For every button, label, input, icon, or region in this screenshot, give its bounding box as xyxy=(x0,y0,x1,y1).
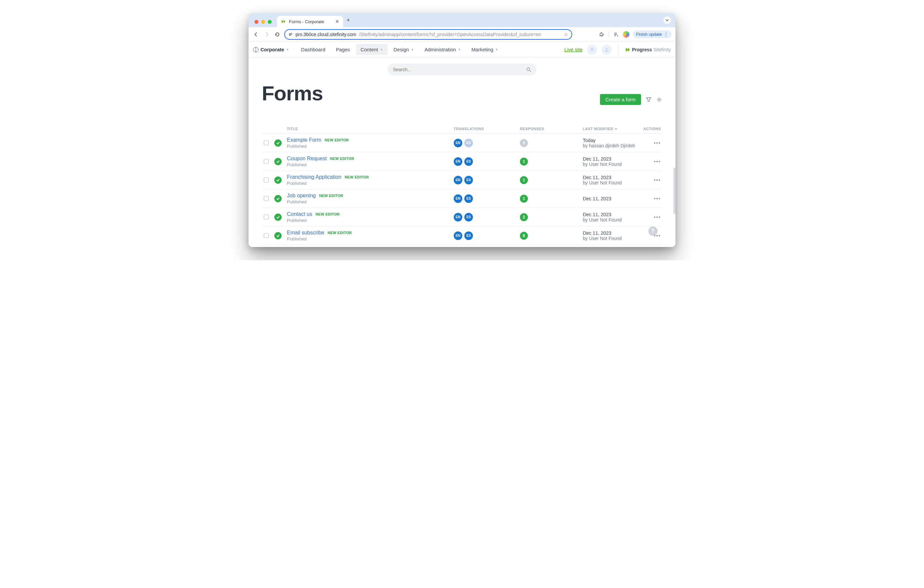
modified-by: by User Not Found xyxy=(583,162,642,167)
lang-badge-es[interactable]: ES xyxy=(464,194,473,203)
status-text: Published xyxy=(287,236,454,241)
col-translations[interactable]: TRANSLATIONS xyxy=(454,127,520,131)
nav-item-design[interactable]: Design▼ xyxy=(389,44,419,55)
row-checkbox[interactable] xyxy=(264,140,269,145)
nav-reload-button[interactable] xyxy=(274,31,281,38)
browser-tab[interactable]: Forms - Corporate ✕ xyxy=(277,16,343,27)
lang-badge-en[interactable]: EN xyxy=(454,139,462,147)
app-content: Corporate ▼ DashboardPagesContent▼Design… xyxy=(249,42,675,247)
form-title-link[interactable]: Contact us xyxy=(287,211,312,217)
form-title-link[interactable]: Franchising Application xyxy=(287,174,342,180)
extensions-icon[interactable] xyxy=(598,31,605,38)
nav-item-label: Design xyxy=(393,47,409,52)
last-modified-cell: Dec 11, 2023 xyxy=(583,196,642,201)
nav-back-button[interactable] xyxy=(252,31,260,38)
finish-update-menu-icon[interactable]: ⋮ xyxy=(664,32,668,37)
lang-badge-es[interactable]: ES xyxy=(464,213,473,221)
form-title-link[interactable]: Example Form xyxy=(287,137,321,143)
row-checkbox[interactable] xyxy=(264,196,269,201)
row-actions-button[interactable]: ••• xyxy=(654,215,661,220)
nav-item-marketing[interactable]: Marketing▼ xyxy=(467,44,503,55)
lang-badge-es[interactable]: ES xyxy=(464,157,473,166)
row-actions-button[interactable]: ••• xyxy=(654,177,661,183)
create-form-button[interactable]: Create a form xyxy=(600,94,641,105)
search-box[interactable] xyxy=(388,64,536,76)
responses-badge[interactable]: 2 xyxy=(520,213,528,221)
help-button[interactable]: ? xyxy=(648,226,658,236)
new-editor-badge: NEW EDITOR xyxy=(319,194,343,198)
lang-badge-en[interactable]: EN xyxy=(454,157,462,166)
media-control-icon[interactable] xyxy=(612,31,620,38)
status-published-icon xyxy=(274,158,282,165)
form-title-link[interactable]: Job opening xyxy=(287,193,316,199)
row-checkbox[interactable] xyxy=(264,159,269,164)
search-input[interactable] xyxy=(393,67,526,72)
window-minimize-button[interactable] xyxy=(261,20,265,24)
lang-badge-en[interactable]: EN xyxy=(454,194,462,203)
window-close-button[interactable] xyxy=(254,20,259,24)
tab-favicon-icon xyxy=(281,19,286,24)
svg-point-3 xyxy=(527,68,530,71)
nav-item-label: Content xyxy=(361,47,378,52)
nav-item-pages[interactable]: Pages xyxy=(331,44,355,55)
responses-badge[interactable]: 0 xyxy=(520,139,528,147)
table-row: Franchising ApplicationNEW EDITORPublish… xyxy=(262,171,662,189)
nav-item-administration[interactable]: Administration▼ xyxy=(420,44,465,55)
tab-list-button[interactable] xyxy=(663,17,671,24)
nav-item-content[interactable]: Content▼ xyxy=(356,44,388,55)
form-title-link[interactable]: Email subscribe xyxy=(287,230,324,236)
search-icon[interactable] xyxy=(526,67,531,72)
nav-item-label: Marketing xyxy=(472,47,493,52)
col-title[interactable]: TITLE xyxy=(287,127,454,131)
window-maximize-button[interactable] xyxy=(268,20,272,24)
live-site-link[interactable]: Live site xyxy=(564,47,582,52)
lang-badge-en[interactable]: EN xyxy=(454,213,462,221)
row-actions-button[interactable]: ••• xyxy=(654,196,661,201)
lang-badge-es[interactable]: ES xyxy=(464,231,473,240)
new-tab-button[interactable]: + xyxy=(346,17,350,27)
nav-item-dashboard[interactable]: Dashboard xyxy=(297,44,330,55)
translations-cell: ENES xyxy=(454,194,520,203)
responses-badge[interactable]: 1 xyxy=(520,176,528,184)
page-header: Forms Create a form xyxy=(249,76,675,107)
row-actions-button[interactable]: ••• xyxy=(654,159,661,164)
user-menu-button[interactable] xyxy=(602,45,612,55)
responses-badge[interactable]: 6 xyxy=(520,232,528,240)
filter-button[interactable] xyxy=(646,97,652,102)
notifications-button[interactable] xyxy=(587,45,597,55)
finish-update-button[interactable]: Finish update ⋮ xyxy=(633,30,672,38)
row-checkbox[interactable] xyxy=(264,177,269,182)
row-actions-button[interactable]: ••• xyxy=(654,140,661,146)
new-editor-badge: NEW EDITOR xyxy=(330,157,354,160)
tab-close-button[interactable]: ✕ xyxy=(335,19,339,24)
responses-badge[interactable]: 1 xyxy=(520,158,528,165)
responses-badge[interactable]: 1 xyxy=(520,195,528,203)
nav-forward-button[interactable] xyxy=(263,31,271,38)
col-last-modified[interactable]: LAST MODIFIED ▼ xyxy=(583,127,642,131)
address-bar[interactable]: pro.3b0ce.cloud.sitefinity.com/Sitefinit… xyxy=(284,29,572,40)
row-checkbox[interactable] xyxy=(264,215,269,220)
svg-point-2 xyxy=(606,48,607,50)
row-checkbox[interactable] xyxy=(264,233,269,238)
nav-items: DashboardPagesContent▼Design▼Administrat… xyxy=(297,44,503,55)
svg-point-4 xyxy=(658,99,660,100)
site-selector[interactable]: Corporate ▼ xyxy=(253,47,289,52)
nav-item-label: Pages xyxy=(336,47,350,52)
chevron-down-icon: ▼ xyxy=(495,48,498,51)
lang-badge-es[interactable]: ES xyxy=(464,176,473,184)
form-title-link[interactable]: Coupon Request xyxy=(287,155,327,162)
lang-badge-en[interactable]: EN xyxy=(454,176,462,184)
scrollbar[interactable] xyxy=(673,167,675,214)
profile-avatar-icon[interactable] xyxy=(623,31,629,38)
translations-cell: ENES xyxy=(454,231,520,240)
site-settings-icon[interactable] xyxy=(288,32,293,37)
lang-badge-es[interactable]: ES xyxy=(464,139,473,147)
settings-button[interactable] xyxy=(656,97,662,102)
lang-badge-en[interactable]: EN xyxy=(454,231,462,240)
status-published-icon xyxy=(274,195,282,202)
col-responses[interactable]: RESPONSES xyxy=(520,127,583,131)
new-editor-badge: NEW EDITOR xyxy=(315,212,340,216)
table-row: Example FormNEW EDITORPublishedENES0Toda… xyxy=(262,134,662,152)
status-text: Published xyxy=(287,181,454,186)
bookmark-star-icon[interactable]: ☆ xyxy=(564,32,568,37)
